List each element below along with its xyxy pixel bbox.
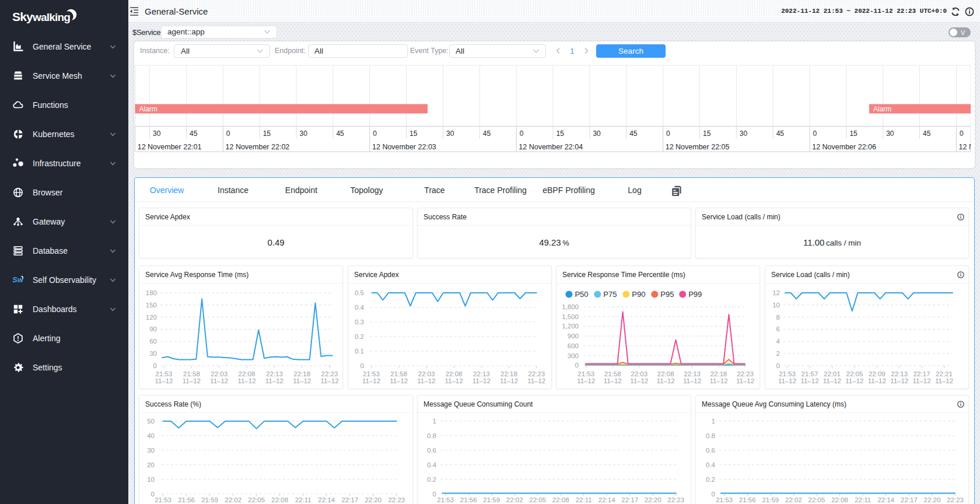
svg-text:0: 0	[813, 130, 817, 138]
svg-text:1: 1	[712, 418, 715, 425]
svg-text:22:17: 22:17	[914, 370, 930, 377]
svg-text:22:03: 22:03	[211, 370, 228, 377]
svg-text:P99: P99	[688, 290, 702, 299]
svg-text:22:13: 22:13	[473, 370, 490, 377]
svg-text:4: 4	[776, 338, 780, 345]
svg-text:45: 45	[629, 130, 638, 138]
svg-text:45: 45	[923, 130, 931, 138]
svg-text:11–12: 11–12	[265, 377, 284, 384]
svg-text:11–12: 11–12	[823, 377, 841, 384]
svg-text:180: 180	[146, 289, 157, 296]
svg-text:0: 0	[666, 130, 670, 138]
svg-text:21:53: 21:53	[156, 370, 173, 377]
svg-text:50: 50	[147, 418, 155, 425]
svg-text:11–12: 11–12	[868, 377, 886, 384]
svg-text:0: 0	[153, 362, 157, 369]
svg-text:0: 0	[151, 491, 155, 498]
svg-text:6: 6	[776, 326, 780, 332]
svg-text:P90: P90	[632, 290, 645, 299]
svg-text:15: 15	[556, 130, 565, 138]
svg-text:21:57: 21:57	[802, 370, 818, 377]
svg-text:22:23: 22:23	[528, 370, 545, 377]
svg-text:12 November 22:01: 12 November 22:01	[138, 143, 202, 151]
svg-text:0.3: 0.3	[355, 318, 364, 326]
svg-text:600: 600	[568, 342, 579, 349]
svg-text:900: 900	[568, 332, 579, 340]
svg-text:300: 300	[568, 352, 579, 359]
svg-text:30: 30	[740, 130, 748, 138]
svg-text:0: 0	[226, 130, 230, 138]
svg-text:21:58: 21:58	[183, 370, 200, 377]
svg-text:22:23: 22:23	[321, 370, 338, 377]
svg-text:11–12: 11–12	[913, 377, 931, 384]
svg-text:15: 15	[263, 130, 271, 138]
svg-text:22:13: 22:13	[266, 370, 283, 377]
svg-text:60: 60	[149, 338, 157, 345]
svg-text:22:13: 22:13	[684, 370, 701, 377]
svg-text:22:08: 22:08	[239, 370, 256, 377]
svg-text:1,200: 1,200	[562, 323, 579, 330]
svg-text:11–12: 11–12	[710, 377, 728, 384]
svg-text:30: 30	[886, 130, 894, 138]
svg-text:150: 150	[146, 302, 157, 309]
svg-text:10: 10	[772, 302, 780, 309]
svg-text:0.4: 0.4	[427, 461, 437, 468]
svg-text:12 November 22:06: 12 November 22:06	[812, 143, 876, 151]
svg-text:10: 10	[147, 476, 155, 483]
svg-text:22:13: 22:13	[891, 370, 908, 377]
svg-text:12: 12	[772, 289, 780, 296]
svg-text:45: 45	[776, 130, 785, 138]
svg-text:P75: P75	[603, 290, 617, 299]
svg-text:0.6: 0.6	[706, 447, 715, 454]
svg-text:Alarm: Alarm	[139, 105, 158, 113]
svg-text:22:08: 22:08	[446, 370, 463, 377]
svg-text:30: 30	[147, 447, 155, 454]
svg-text:0.2: 0.2	[355, 333, 364, 340]
svg-text:11–12: 11–12	[473, 377, 491, 384]
svg-text:21:58: 21:58	[604, 370, 621, 377]
svg-text:P95: P95	[660, 290, 674, 299]
svg-text:0: 0	[575, 362, 579, 369]
svg-text:22:05: 22:05	[846, 370, 863, 377]
svg-text:0.2: 0.2	[427, 476, 436, 483]
svg-text:22:18: 22:18	[293, 370, 310, 377]
svg-text:30: 30	[300, 130, 308, 138]
svg-text:22:18: 22:18	[710, 370, 727, 377]
svg-text:11–12: 11–12	[657, 377, 675, 384]
svg-text:11–12: 11–12	[210, 377, 228, 384]
svg-text:0: 0	[360, 362, 364, 369]
svg-text:11–12: 11–12	[845, 377, 863, 384]
svg-text:11–12: 11–12	[890, 377, 908, 384]
svg-text:11–12: 11–12	[500, 377, 518, 384]
svg-text:0: 0	[776, 362, 780, 369]
svg-text:12 November 22:07: 12 November 22:07	[959, 143, 971, 151]
svg-text:30: 30	[593, 130, 601, 138]
svg-text:11–12: 11–12	[604, 377, 622, 384]
svg-text:21:53: 21:53	[779, 370, 796, 377]
svg-text:11–12: 11–12	[800, 377, 818, 384]
svg-text:30: 30	[153, 130, 161, 138]
svg-text:15: 15	[703, 130, 711, 138]
svg-text:22:21: 22:21	[936, 370, 953, 377]
svg-text:11–12: 11–12	[417, 377, 435, 384]
svg-text:11–12: 11–12	[683, 377, 701, 384]
svg-text:90: 90	[149, 326, 157, 332]
svg-text:Alarm: Alarm	[873, 105, 891, 113]
svg-text:15: 15	[410, 130, 418, 138]
svg-text:12 November 22:04: 12 November 22:04	[519, 143, 583, 151]
svg-text:30: 30	[446, 130, 454, 138]
svg-text:45: 45	[483, 130, 491, 138]
svg-text:21:53: 21:53	[363, 370, 380, 377]
svg-text:0: 0	[373, 130, 377, 138]
svg-text:22:08: 22:08	[657, 370, 674, 377]
svg-text:12 November 22:03: 12 November 22:03	[372, 143, 436, 151]
svg-text:22:03: 22:03	[631, 370, 648, 377]
svg-text:11–12: 11–12	[445, 377, 463, 384]
svg-text:0.4: 0.4	[355, 304, 365, 311]
svg-text:11–12: 11–12	[577, 377, 595, 384]
svg-text:45: 45	[190, 130, 198, 138]
svg-text:11–12: 11–12	[935, 377, 953, 384]
svg-text:11–12: 11–12	[293, 377, 311, 384]
svg-text:11–12: 11–12	[183, 377, 201, 384]
svg-text:0: 0	[520, 130, 524, 138]
